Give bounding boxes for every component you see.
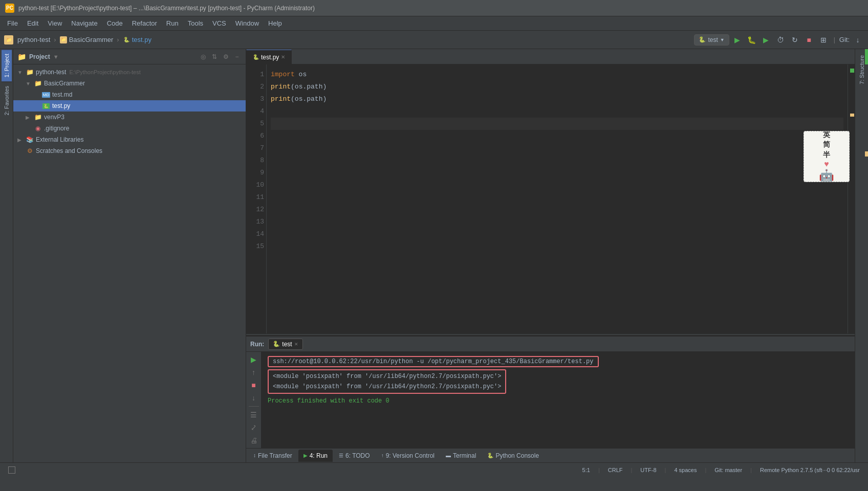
run-with-coverage-button[interactable]: ▶ <box>760 34 772 46</box>
tree-label-scratches: Scratches and Consoles <box>36 147 102 154</box>
tool-tab-python-console-label: Python Console <box>495 452 539 459</box>
code-line-3: print(os.path) <box>271 93 843 105</box>
toolbar: 📁 python-test › 📁 BasicGrammer › 🐍 test.… <box>0 31 868 49</box>
tree-label-root: python-test <box>36 69 66 76</box>
menu-code[interactable]: Code <box>103 18 127 29</box>
print-button[interactable]: 🖨 <box>248 435 259 446</box>
menu-view[interactable]: View <box>44 18 66 29</box>
close-panel-button[interactable]: − <box>232 52 242 61</box>
menu-refactor[interactable]: Refactor <box>128 18 161 29</box>
breadcrumb-file-icon: 🐍 <box>123 36 130 43</box>
profile-button[interactable]: ⏱ <box>774 34 787 46</box>
filter-button[interactable]: ☰ <box>248 410 259 420</box>
soft-wrap-button[interactable]: ⤦ <box>248 422 259 433</box>
status-remote[interactable]: Remote Python 2.7.5 (sft···0 0 62:22/usr <box>756 466 864 474</box>
menu-bar: File Edit View Navigate Code Refactor Ru… <box>0 16 868 31</box>
tab-close-button[interactable]: ✕ <box>281 54 285 60</box>
run-config-button[interactable]: 🐍 test ▼ <box>694 34 729 46</box>
tree-item-scratches[interactable]: ⚙ Scratches and Consoles <box>13 145 246 157</box>
settings-button[interactable]: ⚙ <box>221 52 230 61</box>
tab-file-icon: 🐍 <box>253 54 259 60</box>
output-command: ssh://root@10.0.0.62:22/usr/bin/python -… <box>268 356 599 367</box>
bottom-tool-tabs: ↕ File Transfer ▶ 4: Run ☰ 6: TODO ↑ 9: … <box>246 448 855 462</box>
tool-tab-todo[interactable]: ☰ 6: TODO <box>334 450 375 462</box>
tree-item-test-py[interactable]: 🐍 test.py <box>13 100 246 111</box>
menu-navigate[interactable]: Navigate <box>67 18 101 29</box>
status-indent[interactable]: 4 spaces <box>670 466 701 474</box>
tool-tab-version-control[interactable]: ↑ 9: Version Control <box>376 450 440 462</box>
code-line-6 <box>271 130 843 142</box>
remote-label: Remote Python 2.7.5 (sft···0 0 62:22/usr <box>760 467 860 473</box>
code-line-12 <box>271 204 843 216</box>
project-panel-title: Project <box>29 53 50 60</box>
reload-button[interactable]: ↻ <box>789 34 801 46</box>
menu-file[interactable]: File <box>3 18 22 29</box>
tree-item-ext-libs[interactable]: ▶ 📚 External Libraries <box>13 134 246 145</box>
editor-tab-test-py[interactable]: 🐍 test.py ✕ <box>246 50 292 64</box>
run-config-label: test <box>708 36 718 43</box>
code-line-8 <box>271 154 843 167</box>
tree-item-root[interactable]: ▼ 📁 python-test E:\PythonProject\python-… <box>13 66 246 78</box>
menu-window[interactable]: Window <box>231 18 263 29</box>
scroll-to-end-button[interactable]: ↓ <box>248 392 259 403</box>
tool-tab-terminal[interactable]: ▬ Terminal <box>441 450 481 462</box>
tree-item-venv[interactable]: ▶ 📁 venvP3 <box>13 111 246 123</box>
status-checkbox[interactable] <box>4 465 19 475</box>
status-line-ending[interactable]: CRLF <box>604 466 627 474</box>
panel-tab-project[interactable]: 1: Project <box>2 49 12 81</box>
tree-item-basic-grammer[interactable]: ▼ 📁 BasicGrammer <box>13 78 246 89</box>
run-again-button[interactable]: ▶ <box>248 354 259 365</box>
code-line-10 <box>271 179 843 191</box>
debug-button[interactable]: 🐛 <box>746 34 758 46</box>
output-module-block: <module 'posixpath' from '/usr/lib64/pyt… <box>268 369 506 394</box>
scratch-icon: ⚙ <box>26 147 34 155</box>
tool-tab-file-transfer[interactable]: ↕ File Transfer <box>248 450 297 462</box>
breadcrumb-root[interactable]: python-test <box>17 36 50 43</box>
run-output[interactable]: ssh://root@10.0.0.62:22/usr/bin/python -… <box>262 352 855 448</box>
status-position[interactable]: 5:1 <box>578 466 594 474</box>
stop-button[interactable]: ■ <box>803 34 815 46</box>
indent-label: 4 spaces <box>674 467 697 473</box>
tree-label-test-md: test.md <box>52 91 72 98</box>
tree-label-test-py: test.py <box>52 102 70 109</box>
line-ending-label: CRLF <box>608 467 623 473</box>
run-button[interactable]: ▶ <box>731 34 744 46</box>
tree-item-test-md[interactable]: MD test.md <box>13 89 246 100</box>
locate-file-button[interactable]: ◎ <box>199 52 208 61</box>
todo-icon: ☰ <box>339 453 343 458</box>
menu-tools[interactable]: Tools <box>184 18 207 29</box>
gutter-marker-1 <box>850 69 854 73</box>
tree-label-gitignore: .gitignore <box>44 125 69 132</box>
menu-vcs[interactable]: VCS <box>208 18 230 29</box>
project-title-arrow[interactable]: ▼ <box>53 54 59 60</box>
menu-help[interactable]: Help <box>264 18 286 29</box>
menu-edit[interactable]: Edit <box>23 18 42 29</box>
breadcrumb-folder[interactable]: BasicGrammer <box>69 36 114 43</box>
tool-tab-python-console[interactable]: 🐍 Python Console <box>482 450 544 462</box>
panel-tab-favorites[interactable]: 2: Favorites <box>2 81 12 119</box>
run-tab-close[interactable]: ✕ <box>294 342 298 347</box>
gutter-yellow <box>865 151 868 157</box>
tree-item-gitignore[interactable]: ◉ .gitignore <box>13 123 246 134</box>
tool-tab-file-transfer-label: File Transfer <box>258 452 292 459</box>
tool-tab-run[interactable]: ▶ 4: Run <box>298 450 333 462</box>
rerun-button[interactable]: ↑ <box>248 367 259 377</box>
expand-all-button[interactable]: ⇅ <box>210 52 219 61</box>
file-transfer-icon: ↕ <box>253 453 256 458</box>
breadcrumb-file[interactable]: test.py <box>132 36 151 43</box>
toolbar-right: 🐍 test ▼ ▶ 🐛 ▶ ⏱ ↻ ■ ⊞ | Git: ↓ <box>694 34 864 46</box>
git-update-button[interactable]: ↓ <box>852 34 864 46</box>
code-line-9 <box>271 167 843 179</box>
code-content[interactable]: import os print(os.path) print(os.path) <box>267 64 848 333</box>
stop-run-button[interactable]: ■ <box>248 380 259 390</box>
run-label: Run: <box>250 341 264 348</box>
git-label: Git: <box>839 36 850 43</box>
status-git-branch[interactable]: Git: master <box>710 466 746 474</box>
menu-run[interactable]: Run <box>162 18 183 29</box>
project-panel: 📁 Project ▼ ◎ ⇅ ⚙ − ▼ 📁 python-test E:\P… <box>13 49 246 462</box>
run-tab-test[interactable]: 🐍 test ✕ <box>268 339 302 350</box>
run-sidebar: ▶ ↑ ■ ↓ ☰ ⤦ 🖨 <box>246 352 262 448</box>
layout-button[interactable]: ⊞ <box>817 34 830 46</box>
project-header-icons: ◎ ⇅ ⚙ − <box>199 52 242 61</box>
status-encoding[interactable]: UTF-8 <box>636 466 660 474</box>
